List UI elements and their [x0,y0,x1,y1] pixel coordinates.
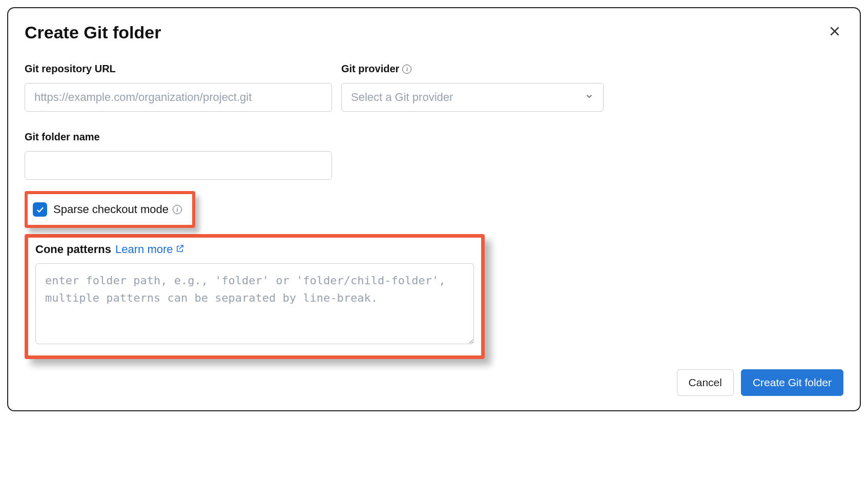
dialog-footer: Cancel Create Git folder [25,369,843,396]
sparse-checkout-label: Sparse checkout mode i [53,203,182,216]
cone-patterns-textarea[interactable] [35,263,474,344]
cone-patterns-section: Cone patterns Learn more [25,234,485,359]
external-link-icon [175,243,184,256]
repo-url-input[interactable] [25,83,332,112]
learn-more-text: Learn more [115,243,173,256]
close-icon [828,32,841,39]
sparse-label-text: Sparse checkout mode [53,203,169,216]
create-git-folder-dialog: Create Git folder Git repository URL Git… [7,7,861,411]
repo-url-group: Git repository URL [25,63,332,112]
cancel-button[interactable]: Cancel [677,369,734,396]
provider-label-text: Git provider [341,63,399,75]
cone-patterns-label-row: Cone patterns Learn more [35,243,474,256]
chevron-down-icon [585,91,594,104]
info-icon[interactable]: i [173,205,182,214]
folder-name-input[interactable] [25,151,332,180]
repo-url-label: Git repository URL [25,63,332,75]
cone-patterns-label: Cone patterns [35,243,111,256]
form-row-1: Git repository URL Git provider i Select… [25,63,843,112]
folder-name-label: Git folder name [25,131,332,143]
create-button[interactable]: Create Git folder [741,369,843,396]
dialog-title: Create Git folder [25,23,161,43]
provider-select[interactable]: Select a Git provider [341,83,604,112]
provider-group: Git provider i Select a Git provider [341,63,604,112]
provider-label: Git provider i [341,63,604,75]
learn-more-link[interactable]: Learn more [115,243,184,256]
folder-name-group: Git folder name [25,131,332,180]
dialog-header: Create Git folder [25,23,843,43]
provider-placeholder: Select a Git provider [351,91,453,104]
sparse-checkbox[interactable] [33,202,47,217]
close-button[interactable] [826,23,843,41]
sparse-checkout-row: Sparse checkout mode i [25,191,195,228]
info-icon[interactable]: i [402,65,411,74]
